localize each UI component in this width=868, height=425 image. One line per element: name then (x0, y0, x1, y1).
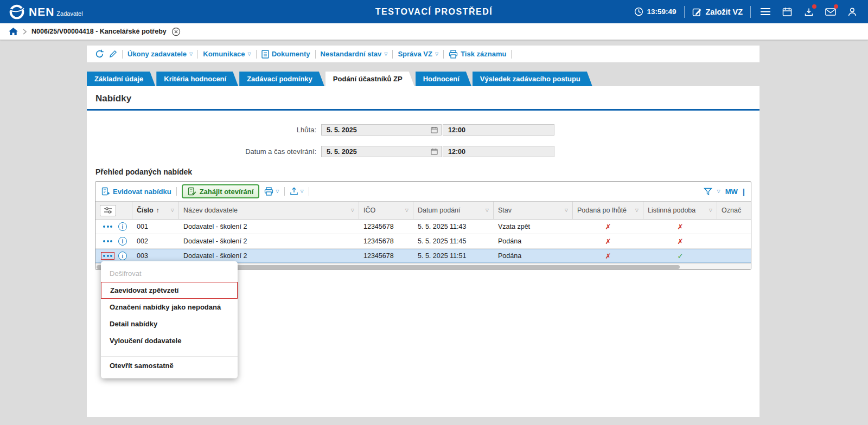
menu-label: Dokumenty (272, 50, 310, 58)
home-icon (9, 28, 18, 36)
column-label: IČO (363, 207, 375, 214)
cell-datum: 5. 5. 2025 11:51 (413, 249, 494, 263)
print-table-button[interactable]: ▽ (264, 187, 279, 196)
hamburger-icon (760, 8, 771, 16)
row-context-menu: Dešifrovat Zaevidovat zpětvzetí Označení… (101, 261, 238, 378)
filter-chevron-icon[interactable]: ▽ (351, 208, 354, 212)
filter-chevron-icon[interactable]: ▽ (486, 208, 489, 212)
calendar-button[interactable] (780, 5, 794, 19)
top-bar: NEN Zadavatel TESTOVACÍ PROSTŘEDÍ 13:59:… (0, 0, 868, 23)
tab-kriteria-hodnoceni[interactable]: Kritéria hodnocení (156, 72, 238, 86)
filter-button[interactable] (704, 188, 712, 196)
divider (315, 50, 316, 59)
filter-chevron-icon[interactable]: ▽ (709, 208, 712, 212)
tab-hodnoceni[interactable]: Hodnocení (416, 72, 471, 86)
nen-logo[interactable]: NEN Zadavatel (9, 4, 83, 20)
profile-button[interactable] (845, 5, 859, 19)
chevron-down-icon: ▽ (435, 52, 438, 56)
row-actions-button-active[interactable] (101, 252, 114, 260)
cell-listinna-podoba: ✓ (643, 249, 717, 263)
zahajit-otevirani-button[interactable]: Zahájit otevírání (182, 184, 260, 198)
filter-chevron-icon[interactable]: ▽ (635, 208, 639, 212)
clock: 13:59:49 (634, 7, 676, 16)
column-header-stav[interactable]: Stav ▽ (494, 202, 573, 219)
brand-name: NEN (29, 6, 54, 17)
tab-vysledek-postupu[interactable]: Výsledek zadávacího postupu (473, 72, 592, 86)
lhuta-time-value: 12:00 (448, 126, 465, 134)
komunikace-menu[interactable]: Komunikace ▽ (203, 50, 251, 58)
oteviran-time-field[interactable]: 12:00 (443, 146, 554, 157)
create-vz-button[interactable]: Založit VZ (692, 7, 743, 17)
column-label: Datum podání (418, 207, 461, 214)
notification-dot (812, 4, 816, 9)
cell-listinna-podoba: ✗ (643, 234, 717, 248)
breadcrumb-record[interactable]: N006/25/V00004418 - Kancelářské potřeby (31, 28, 167, 35)
calendar-icon (431, 148, 438, 155)
column-header-oznaceni[interactable]: Označ (717, 202, 751, 219)
column-header-datum-podani[interactable]: Datum podání ▽ (413, 202, 494, 219)
column-settings-button[interactable] (100, 205, 116, 216)
home-button[interactable] (9, 28, 18, 36)
export-button[interactable]: ▽ (290, 187, 304, 196)
cell-ico: 12345678 (359, 220, 413, 234)
lhuta-label: Lhůta: (87, 126, 321, 134)
tab-zakladni-udaje[interactable]: Základní údaje (87, 72, 155, 86)
oteviran-date-value: 5. 5. 2025 (327, 148, 357, 156)
nestandardni-stav-menu[interactable]: Nestandardní stav ▽ (321, 50, 388, 58)
oteviran-label: Datum a čas otevírání: (87, 147, 321, 156)
table-row[interactable]: i 002 Dodavatel - školení 2 12345678 5. … (95, 234, 751, 249)
tisk-zaznamu-button[interactable]: Tisk záznamu (449, 50, 506, 59)
open-offers-icon (188, 187, 196, 196)
filter-chevron-icon[interactable]: ▽ (171, 208, 174, 212)
chevron-down-icon[interactable]: ▽ (717, 189, 720, 194)
divider (176, 187, 177, 196)
lhuta-date-field[interactable]: 5. 5. 2025 (321, 124, 442, 136)
column-header-listinna-podoba[interactable]: Listinná podoba ▽ (643, 202, 717, 219)
register-offer-icon (101, 187, 110, 196)
tab-podani-ucastniku-zp[interactable]: Podání účastníků ZP (326, 72, 414, 86)
menu-item-oznaceni-nepodana[interactable]: Označení nabídky jako nepodaná (101, 299, 238, 315)
row-actions-button[interactable] (101, 223, 114, 230)
info-icon[interactable]: i (118, 222, 127, 231)
menu-item-otevrit-samostatne[interactable]: Otevřít samostatně (101, 356, 238, 373)
brand-subtitle: Zadavatel (56, 10, 82, 17)
column-header-cislo[interactable]: Číslo ↑ ▽ (132, 202, 179, 219)
evidovat-nabidku-button[interactable]: Evidovat nabídku (101, 187, 171, 196)
info-icon[interactable]: i (118, 237, 127, 246)
info-icon[interactable]: i (118, 252, 127, 260)
offers-form: Lhůta: 5. 5. 2025 12:00 Datum a čas otev… (87, 111, 760, 157)
oteviran-date-field[interactable]: 5. 5. 2025 (321, 146, 442, 157)
downloads-button[interactable] (802, 5, 816, 19)
column-header-nazev-dodavatele[interactable]: Název dodavatele ▽ (179, 202, 359, 219)
cell-oznaceni (717, 220, 751, 234)
menu-item-vylouceni-dodavatele[interactable]: Vyloučení dodavatele (101, 332, 238, 349)
divider (750, 6, 751, 18)
sprava-vz-menu[interactable]: Správa VZ ▽ (398, 50, 438, 58)
column-header-podana-po-lhute[interactable]: Podaná po lhůtě ▽ (573, 202, 643, 219)
lhuta-time-field[interactable]: 12:00 (443, 124, 554, 136)
chevron-down-icon: ▽ (248, 52, 251, 56)
history-button[interactable] (95, 49, 104, 59)
filter-chevron-icon[interactable]: ▽ (565, 208, 568, 212)
filter-chevron-icon[interactable]: ▽ (405, 208, 409, 212)
column-header-ico[interactable]: IČO ▽ (359, 202, 413, 219)
edit-record-button[interactable] (109, 50, 117, 58)
menu-label: Tisk záznamu (461, 50, 506, 58)
dokumenty-button[interactable]: Dokumenty (261, 50, 310, 59)
ukony-zadavatele-menu[interactable]: Úkony zadavatele ▽ (127, 50, 193, 58)
chevron-down-icon: ▽ (301, 189, 304, 194)
menu-button[interactable] (758, 5, 773, 19)
close-icon (171, 27, 181, 36)
chevron-down-icon: ▽ (189, 52, 193, 56)
menu-item-zaevidovat-zpetvzeti[interactable]: Zaevidovat zpětvzetí (101, 282, 238, 299)
close-record-button[interactable] (171, 27, 181, 36)
messages-button[interactable] (824, 5, 838, 19)
tab-zadavaci-podminky[interactable]: Zadávací podmínky (239, 72, 324, 86)
divider (392, 50, 393, 59)
cell-ico: 12345678 (359, 234, 413, 248)
menu-item-detail-nabidky[interactable]: Detail nabídky (101, 315, 238, 332)
export-icon (290, 187, 298, 196)
row-actions-button[interactable] (101, 237, 114, 245)
table-row[interactable]: i 001 Dodavatel - školení 2 12345678 5. … (95, 220, 751, 234)
mw-button[interactable]: MW (725, 188, 738, 196)
